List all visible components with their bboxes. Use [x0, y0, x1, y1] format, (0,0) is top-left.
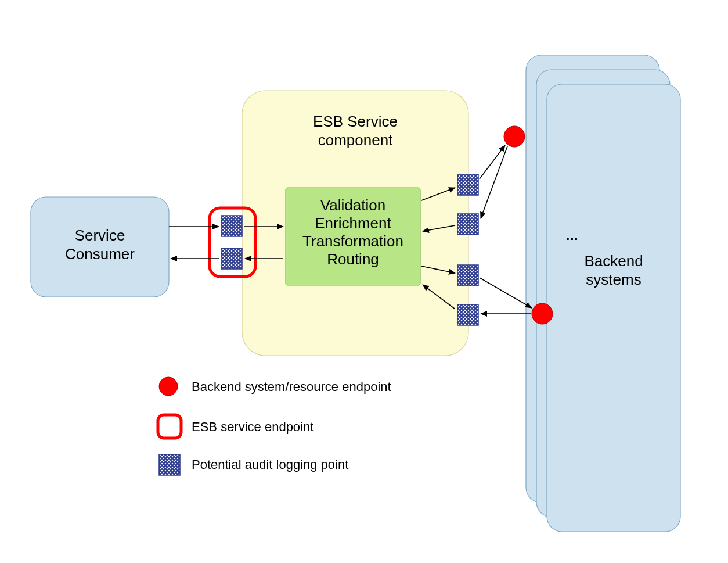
audit-point-out: [221, 248, 242, 269]
backend-endpoint-top: [504, 126, 525, 147]
vetr-l2: Enrichment: [315, 214, 391, 232]
audit-point-r2: [457, 214, 478, 235]
esb-label-1: ESB Service: [313, 113, 398, 130]
legend-dot-icon: [159, 377, 178, 396]
backend-panel-1: [547, 84, 680, 532]
legend-ring-text: ESB service endpoint: [192, 419, 313, 434]
consumer-label-1: Service: [75, 227, 125, 244]
diagram-canvas: ... Backend systems ESB Service componen…: [0, 0, 728, 563]
legend-hatch-text: Potential audit logging point: [192, 457, 348, 472]
backend-ellipsis: ...: [565, 226, 578, 243]
vetr-l1: Validation: [320, 196, 385, 214]
legend-ring-icon: [158, 415, 181, 438]
vetr-l3: Transformation: [302, 232, 403, 250]
vetr-l4: Routing: [327, 250, 379, 268]
backend-label-1: Backend: [584, 252, 643, 270]
esb-label-2: component: [318, 131, 393, 149]
legend-hatch-icon: [159, 454, 180, 475]
audit-point-r4: [457, 304, 478, 325]
backend-label-2: systems: [586, 271, 641, 288]
arrow-top-dot-to-r2: [481, 146, 507, 218]
backend-endpoint-bottom: [532, 303, 553, 324]
audit-point-in: [221, 216, 242, 236]
audit-point-r1: [457, 174, 478, 195]
arrow-r3-to-bot-dot: [480, 278, 532, 308]
consumer-label-2: Consumer: [65, 245, 135, 263]
legend-dot-text: Backend system/resource endpoint: [192, 379, 391, 394]
audit-point-r3: [457, 265, 478, 286]
